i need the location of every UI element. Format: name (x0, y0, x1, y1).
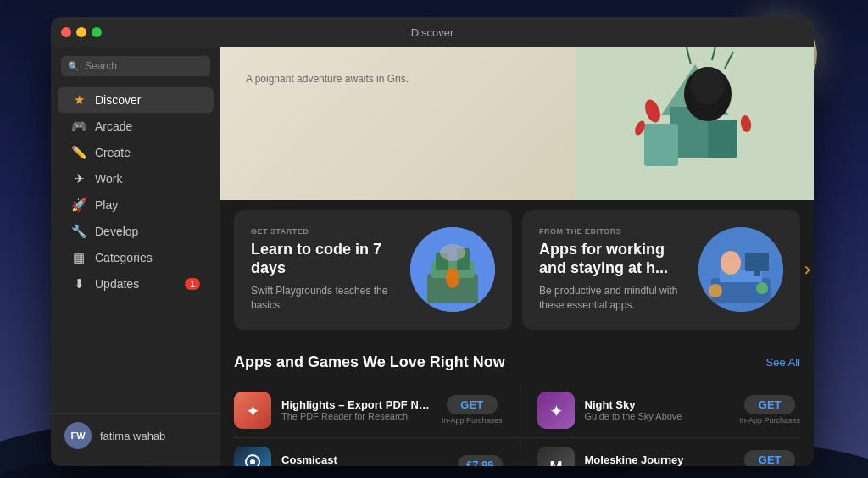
sidebar-item-categories-label: Categories (95, 251, 200, 264)
svg-point-24 (446, 268, 459, 288)
play-icon: 🚀 (71, 197, 86, 213)
get-button-nightsky[interactable]: GET (744, 395, 795, 414)
app-icon-nightsky: ✦ (537, 392, 575, 429)
app-action-cosmicast: £7.99 (458, 455, 503, 466)
app-icon-moleskine: M (537, 447, 575, 466)
app-icon-cosmicast (234, 447, 271, 466)
svg-rect-8 (708, 119, 737, 158)
in-app-nightsky: In-App Purchases (739, 416, 800, 425)
sidebar-item-create[interactable]: ✏️ Create (58, 140, 214, 165)
arcade-icon: 🎮 (71, 119, 86, 134)
sidebar: 🔍 Search ★ Discover 🎮 Arcade ✏️ Create ✈ (51, 47, 220, 466)
sidebar-item-updates[interactable]: ⬇ Updates 1 (58, 271, 214, 297)
apps-header: Apps and Games We Love Right Now See All (234, 353, 800, 371)
sidebar-item-develop-label: Develop (95, 225, 200, 238)
nav-items: ★ Discover 🎮 Arcade ✏️ Create ✈ Work 🚀 (51, 86, 220, 413)
updates-icon: ⬇ (71, 276, 86, 292)
app-action-moleskine: GET In-App Purchases (739, 450, 800, 466)
svg-point-30 (721, 251, 741, 275)
main-content: A poignant adventure awaits in Gris. (220, 47, 814, 466)
minimize-button[interactable] (76, 27, 86, 37)
app-desc-highlights: The PDF Reader for Research (281, 411, 431, 421)
app-info-nightsky: Night Sky Guide to the Sky Above (585, 398, 730, 421)
card-learn-thumb (410, 227, 495, 312)
app-info-highlights: Highlights – Export PDF Notes The PDF Re… (281, 398, 431, 421)
apps-section: Apps and Games We Love Right Now See All… (220, 340, 814, 466)
chevron-right-icon[interactable]: › (804, 258, 810, 281)
app-name-moleskine: Moleskine Journey (585, 453, 730, 466)
card-editors-text: FROM THE EDITORS Apps for working and st… (539, 227, 685, 313)
maximize-button[interactable] (92, 27, 102, 37)
sidebar-item-discover[interactable]: ★ Discover (58, 87, 214, 113)
develop-icon: 🔧 (71, 224, 86, 239)
user-name: fatima wahab (100, 430, 165, 442)
svg-text:M: M (549, 459, 562, 466)
card-learn-to-code[interactable]: GET STARTED Learn to code in 7 days Swif… (234, 210, 512, 330)
card-editors-title: Apps for working and staying at h... (539, 241, 685, 277)
app-info-moleskine: Moleskine Journey Design your vision eve… (585, 453, 730, 466)
price-button-cosmicast[interactable]: £7.99 (458, 455, 503, 466)
apps-section-title: Apps and Games We Love Right Now (234, 353, 505, 371)
svg-text:✦: ✦ (246, 402, 260, 420)
app-action-nightsky: GET In-App Purchases (739, 395, 800, 425)
app-info-cosmicast: Cosmicast Beautiful podcast player (281, 453, 448, 466)
app-name-nightsky: Night Sky (585, 398, 730, 411)
avatar: FW (64, 422, 92, 449)
close-button[interactable] (61, 27, 71, 37)
create-icon: ✏️ (71, 145, 86, 160)
traffic-lights (61, 27, 102, 37)
app-icon-highlights: ✦ (234, 392, 271, 429)
hero-illustration (576, 47, 814, 200)
svg-rect-29 (754, 271, 760, 276)
hero-banner: A poignant adventure awaits in Gris. (220, 47, 814, 200)
search-icon: 🔍 (68, 61, 80, 72)
sidebar-item-develop[interactable]: 🔧 Develop (58, 219, 214, 244)
svg-rect-7 (644, 124, 678, 166)
sidebar-item-work[interactable]: ✈ Work (58, 166, 214, 192)
card-learn-desc: Swift Playgrounds teaches the basics. (251, 284, 397, 313)
sidebar-item-categories[interactable]: ▦ Categories (58, 245, 214, 270)
sidebar-item-discover-label: Discover (95, 93, 200, 107)
get-button-moleskine[interactable]: GET (744, 450, 795, 466)
window-body: 🔍 Search ★ Discover 🎮 Arcade ✏️ Create ✈ (51, 47, 814, 466)
user-profile[interactable]: FW fatima wahab (51, 413, 220, 458)
app-row-cosmicast: Cosmicast Beautiful podcast player £7.99 (234, 438, 520, 466)
card-editors-tag: FROM THE EDITORS (539, 227, 685, 236)
app-desc-nightsky: Guide to the Sky Above (585, 411, 730, 421)
card-learn-text: GET STARTED Learn to code in 7 days Swif… (251, 227, 397, 313)
sidebar-item-play[interactable]: 🚀 Play (58, 192, 214, 218)
app-row-nightsky: ✦ Night Sky Guide to the Sky Above GET I… (520, 383, 800, 438)
title-bar: Discover (51, 17, 814, 47)
search-placeholder: Search (85, 60, 117, 72)
svg-rect-28 (745, 253, 769, 271)
svg-point-14 (691, 67, 725, 104)
sidebar-item-work-label: Work (95, 172, 200, 186)
sidebar-item-arcade-label: Arcade (95, 119, 200, 133)
svg-point-23 (440, 244, 465, 261)
updates-badge: 1 (185, 278, 200, 290)
sidebar-item-play-label: Play (95, 198, 200, 212)
card-learn-title: Learn to code in 7 days (251, 241, 397, 277)
svg-point-32 (756, 282, 768, 294)
see-all-button[interactable]: See All (766, 356, 800, 369)
get-button-highlights[interactable]: GET (447, 395, 498, 414)
app-row-highlights: ✦ Highlights – Export PDF Notes The PDF … (234, 383, 520, 438)
sidebar-item-create-label: Create (95, 146, 200, 159)
in-app-highlights: In-App Purchases (442, 416, 503, 425)
card-editors-picks[interactable]: FROM THE EDITORS Apps for working and st… (522, 210, 800, 330)
card-editors-thumb (698, 227, 783, 312)
sidebar-item-arcade[interactable]: 🎮 Arcade (58, 114, 214, 139)
svg-text:✦: ✦ (548, 402, 563, 420)
categories-icon: ▦ (71, 250, 86, 265)
svg-point-31 (709, 284, 722, 297)
app-name-cosmicast: Cosmicast (281, 453, 448, 466)
feature-cards: GET STARTED Learn to code in 7 days Swif… (220, 200, 814, 340)
window-title: Discover (411, 26, 454, 39)
app-name-highlights: Highlights – Export PDF Notes (281, 398, 431, 411)
card-learn-tag: GET STARTED (251, 227, 397, 236)
app-window: Discover 🔍 Search ★ Discover 🎮 Arcade ✏️ (51, 17, 814, 466)
search-bar[interactable]: 🔍 Search (61, 56, 210, 76)
app-row-moleskine: M Moleskine Journey Design your vision e… (520, 438, 800, 466)
apps-grid: ✦ Highlights – Export PDF Notes The PDF … (234, 383, 800, 466)
work-icon: ✈ (71, 171, 86, 186)
